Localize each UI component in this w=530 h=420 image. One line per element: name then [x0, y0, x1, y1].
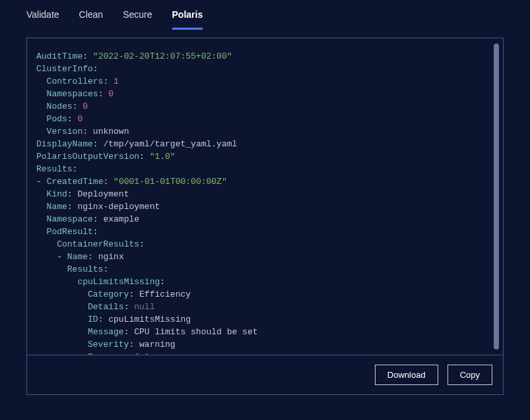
yaml-key: AuditTime	[36, 51, 83, 61]
yaml-key: Pods	[47, 114, 67, 124]
tab-validate[interactable]: Validate	[26, 9, 59, 30]
yaml-value: 0	[77, 114, 83, 124]
yaml-key: CreatedTime	[47, 177, 104, 187]
yaml-value: example	[103, 214, 139, 224]
yaml-key: Version	[47, 127, 83, 136]
yaml-key: Results	[67, 264, 104, 274]
yaml-output: AuditTime: "2022-02-20T12:07:55+02:00" C…	[36, 50, 494, 355]
yaml-key: ContainerResults	[57, 239, 139, 249]
code-scroll-region[interactable]: AuditTime: "2022-02-20T12:07:55+02:00" C…	[27, 38, 503, 355]
yaml-key: Name	[47, 202, 67, 212]
yaml-value: Efficiency	[139, 289, 191, 299]
yaml-value: null	[134, 302, 154, 312]
yaml-value: 0	[108, 89, 114, 99]
tab-polaris[interactable]: Polaris	[172, 9, 203, 30]
yaml-value: Deployment	[77, 189, 129, 199]
yaml-key: Kind	[47, 189, 67, 199]
yaml-key: Controllers	[47, 76, 104, 86]
yaml-value: /tmp/yaml/target_yaml.yaml	[103, 139, 237, 149]
yaml-value: 1	[114, 76, 119, 86]
yaml-key: Details	[88, 302, 124, 312]
yaml-key: Success	[88, 352, 124, 355]
yaml-key: PodResult	[47, 227, 93, 237]
yaml-key: Namespaces	[47, 89, 98, 99]
tab-clean[interactable]: Clean	[79, 9, 104, 30]
tab-secure[interactable]: Secure	[123, 9, 152, 30]
yaml-key: Results	[36, 164, 73, 174]
yaml-value: "0001-01-01T00:00:00Z"	[114, 177, 227, 187]
copy-button[interactable]: Copy	[447, 365, 492, 385]
yaml-key: Nodes	[47, 102, 73, 111]
yaml-key: Message	[88, 327, 124, 337]
yaml-key: Severity	[88, 340, 129, 349]
yaml-value: nginx	[98, 252, 124, 262]
app-root: Validate Clean Secure Polaris AuditTime:…	[0, 0, 530, 420]
output-panel: AuditTime: "2022-02-20T12:07:55+02:00" C…	[26, 38, 504, 395]
yaml-key: Category	[88, 289, 129, 299]
yaml-value: unknown	[93, 127, 129, 136]
yaml-key: Namespace	[47, 214, 93, 224]
yaml-key: PolarisOutputVersion	[36, 152, 139, 162]
yaml-value: cpuLimitsMissing	[108, 315, 191, 324]
yaml-value: CPU limits should be set	[134, 327, 257, 337]
download-button[interactable]: Download	[375, 365, 438, 385]
tab-bar: Validate Clean Secure Polaris	[0, 0, 530, 30]
yaml-key: cpuLimitsMissing	[77, 277, 160, 287]
yaml-value: "2022-02-20T12:07:55+02:00"	[93, 51, 232, 61]
code-viewport: AuditTime: "2022-02-20T12:07:55+02:00" C…	[27, 38, 503, 355]
yaml-value: "1.0"	[150, 152, 176, 162]
yaml-key: ID	[88, 315, 98, 324]
yaml-key: Name	[67, 252, 88, 262]
yaml-value: false	[134, 352, 160, 355]
yaml-key: DisplayName	[36, 139, 93, 149]
yaml-key: ClusterInfo	[36, 64, 93, 74]
yaml-value: warning	[139, 340, 176, 349]
yaml-value: nginx-deployment	[77, 202, 160, 212]
yaml-value: 0	[83, 102, 88, 111]
panel-footer: Download Copy	[27, 355, 503, 394]
